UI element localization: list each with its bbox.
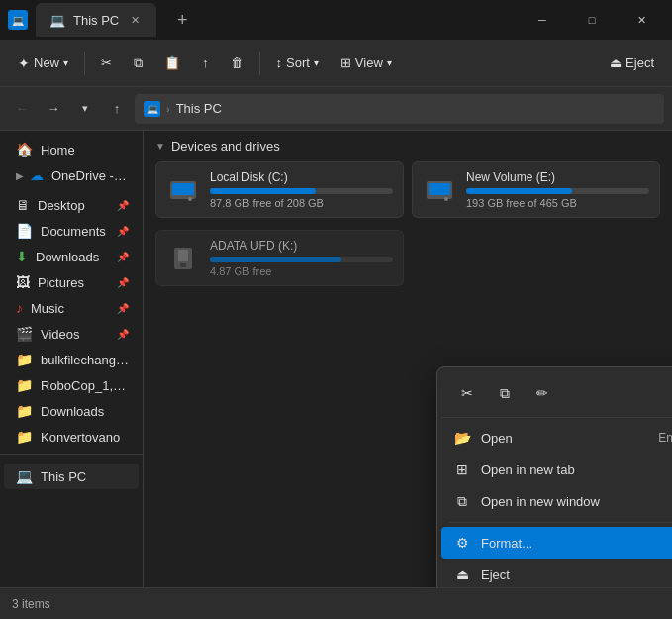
toolbar: ✦ New ▾ ✂ ⧉ 📋 ↑ 🗑 ↕ Sort ▾ ⊞ View ▾ ⏏ Ej… <box>0 40 672 87</box>
sort-dropdown-icon: ▾ <box>314 57 319 68</box>
sidebar-videos-label: Videos <box>41 327 109 342</box>
back-button[interactable]: ← <box>8 95 36 123</box>
up-button[interactable]: ↑ <box>103 95 131 123</box>
cut-button[interactable]: ✂ <box>91 50 122 76</box>
view-dropdown-icon: ▾ <box>387 57 392 68</box>
share-button[interactable]: ↑ <box>192 50 219 76</box>
section-toggle[interactable]: ▼ <box>155 141 165 152</box>
ctx-format-item[interactable]: ⚙ Format... <box>441 527 672 559</box>
sidebar-downloads-label: Downloads <box>36 250 109 264</box>
context-toolbar: ✂ ⧉ ✏ <box>441 373 672 418</box>
sidebar-item-robocop[interactable]: 📁 RoboCop_1, 2, 3... <box>4 372 139 398</box>
status-bar: 3 items <box>0 587 672 619</box>
downloads2-icon: 📁 <box>16 403 33 419</box>
ctx-cut-button[interactable]: ✂ <box>449 377 485 409</box>
title-bar: 💻 💻 This PC ✕ + ─ □ ✕ <box>0 0 672 40</box>
breadcrumb-this-pc: This PC <box>176 101 222 116</box>
drive-card-e[interactable]: New Volume (E:) 193 GB free of 465 GB <box>412 161 660 218</box>
address-path[interactable]: 💻 › This PC <box>135 94 664 124</box>
drive-e-info: New Volume (E:) 193 GB free of 465 GB <box>466 170 649 209</box>
ctx-open-new-tab-label: Open in new tab <box>481 463 575 477</box>
new-icon: ✦ <box>18 55 30 71</box>
pictures-icon: 🖼 <box>16 274 30 290</box>
sort-label: Sort <box>286 55 310 70</box>
ctx-eject-item[interactable]: ⏏ Eject <box>441 559 672 587</box>
documents-icon: 📄 <box>16 223 33 239</box>
sidebar-item-music[interactable]: ♪ Music 📌 <box>4 295 139 321</box>
drive-k-free: 4.87 GB free <box>210 265 393 277</box>
ctx-open-new-tab-item[interactable]: ⊞ Open in new tab <box>441 454 672 485</box>
view-button[interactable]: ⊞ View ▾ <box>331 50 402 76</box>
close-tab-button[interactable]: ✕ <box>127 12 143 28</box>
ctx-open-new-window-icon: ⧉ <box>453 493 471 510</box>
new-button[interactable]: ✦ New ▾ <box>8 50 78 77</box>
sidebar-item-downloads2[interactable]: 📁 Downloads <box>4 398 139 424</box>
paste-button[interactable]: 📋 <box>154 50 190 76</box>
sidebar-item-videos[interactable]: 🎬 Videos 📌 <box>4 321 139 347</box>
sort-icon: ↕ <box>276 55 283 70</box>
tab-this-pc[interactable]: 💻 This PC ✕ <box>36 3 156 37</box>
drive-c-bar-bg <box>210 188 393 194</box>
copy-icon: ⧉ <box>134 55 143 71</box>
ctx-copy-button[interactable]: ⧉ <box>487 377 523 409</box>
address-bar: ← → ▾ ↑ 💻 › This PC <box>0 87 672 131</box>
ctx-open-shortcut: Enter <box>658 431 672 445</box>
close-window-button[interactable]: ✕ <box>619 0 664 40</box>
sidebar-item-bulkfile[interactable]: 📁 bulkfilechanger- <box>4 347 139 372</box>
sidebar-desktop-label: Desktop <box>38 198 109 213</box>
drive-card-k[interactable]: ADATA UFD (K:) 4.87 GB free <box>155 230 404 286</box>
downloads-icon: ⬇ <box>16 249 28 264</box>
recent-locations-button[interactable]: ▾ <box>71 95 99 123</box>
sort-button[interactable]: ↕ Sort ▾ <box>266 50 329 76</box>
drive-e-name: New Volume (E:) <box>466 170 649 184</box>
documents-pin-icon: 📌 <box>117 226 129 237</box>
app-icon: 💻 <box>8 10 28 30</box>
new-tab-button[interactable]: + <box>168 6 196 34</box>
ctx-rename-button[interactable]: ✏ <box>525 377 560 409</box>
context-menu: ✂ ⧉ ✏ 📂 Open Enter ⊞ Open in new tab ⧉ <box>436 366 672 587</box>
window-controls: ─ □ ✕ <box>520 0 664 40</box>
sidebar-item-desktop[interactable]: 🖥 Desktop 📌 <box>4 192 139 218</box>
ctx-open-item[interactable]: 📂 Open Enter <box>441 422 672 454</box>
ctx-open-new-window-item[interactable]: ⧉ Open in new window <box>441 485 672 518</box>
minimize-button[interactable]: ─ <box>520 0 565 40</box>
ctx-open-new-tab-icon: ⊞ <box>453 462 471 477</box>
drive-card-c[interactable]: Local Disk (C:) 87.8 GB free of 208 GB <box>155 161 404 218</box>
view-icon: ⊞ <box>340 55 351 70</box>
sidebar-item-konvertovano[interactable]: 📁 Konvertovano <box>4 424 139 450</box>
drive-c-free: 87.8 GB free of 208 GB <box>210 197 393 209</box>
sidebar-item-onedrive[interactable]: ▶ ☁ OneDrive - Persi <box>4 162 139 188</box>
tab-title: This PC <box>73 13 119 28</box>
ctx-copy-icon: ⧉ <box>500 385 510 402</box>
sidebar-item-home[interactable]: 🏠 Home <box>4 137 139 162</box>
sidebar-item-this-pc[interactable]: 💻 This PC <box>4 464 139 489</box>
eject-label: Eject <box>625 55 654 70</box>
sidebar-item-downloads[interactable]: ⬇ Downloads 📌 <box>4 244 139 269</box>
delete-button[interactable]: 🗑 <box>221 50 253 76</box>
this-pc-path-icon: 💻 <box>144 101 160 117</box>
konvertovano-icon: 📁 <box>16 429 33 445</box>
drive-c-icon <box>166 173 200 207</box>
eject-button[interactable]: ⏏ Eject <box>600 50 664 76</box>
desktop-icon: 🖥 <box>16 197 30 213</box>
sidebar-item-documents[interactable]: 📄 Documents 📌 <box>4 218 139 244</box>
cut-icon: ✂ <box>101 55 112 70</box>
ctx-open-icon: 📂 <box>453 430 471 446</box>
sidebar-this-pc-label: This PC <box>41 469 129 484</box>
forward-button[interactable]: → <box>40 95 67 123</box>
sidebar-downloads2-label: Downloads <box>41 404 129 419</box>
drive-c-info: Local Disk (C:) 87.8 GB free of 208 GB <box>210 170 393 209</box>
maximize-button[interactable]: □ <box>569 0 615 40</box>
copy-button[interactable]: ⧉ <box>124 50 152 77</box>
svg-point-5 <box>444 197 448 201</box>
new-label: New <box>34 55 59 70</box>
sidebar-music-label: Music <box>31 301 109 316</box>
drive-e-icon <box>423 173 456 207</box>
sidebar-bulkfile-label: bulkfilechanger- <box>41 353 129 367</box>
ctx-eject-icon: ⏏ <box>453 567 471 582</box>
main-area: 🏠 Home ▶ ☁ OneDrive - Persi 🖥 Desktop 📌 … <box>0 131 672 587</box>
svg-rect-4 <box>429 183 450 195</box>
onedrive-expander[interactable]: ▶ <box>16 170 24 181</box>
sidebar-item-pictures[interactable]: 🖼 Pictures 📌 <box>4 269 139 295</box>
separator-1 <box>84 52 85 75</box>
